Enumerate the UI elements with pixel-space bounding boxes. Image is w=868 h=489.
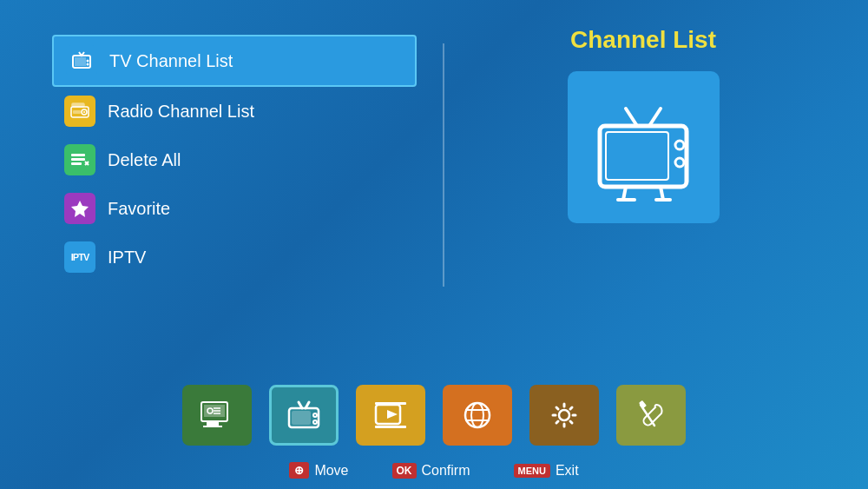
- svg-rect-27: [207, 422, 219, 426]
- svg-rect-5: [72, 103, 84, 107]
- svg-rect-8: [73, 110, 81, 114]
- menu-panel: TV Channel List Radio Channel List: [52, 35, 417, 330]
- nav-settings-btn[interactable]: [182, 385, 252, 446]
- tv-channel-icon: [66, 45, 97, 76]
- svg-point-37: [313, 413, 317, 417]
- footer-move-btn: ⊕ Move: [289, 462, 348, 479]
- svg-rect-18: [606, 132, 668, 180]
- nav-tools-btn[interactable]: [616, 385, 686, 446]
- menu-item-delete-all[interactable]: Delete All: [52, 135, 417, 184]
- menu-item-tv-channel-list-label: TV Channel List: [109, 51, 233, 71]
- svg-rect-49: [639, 400, 647, 408]
- svg-rect-42: [375, 426, 406, 428]
- svg-point-19: [675, 141, 684, 149]
- channel-list-title: Channel List: [570, 26, 716, 54]
- menu-item-tv-channel-list[interactable]: TV Channel List: [52, 35, 417, 87]
- menu-item-favorite-label: Favorite: [108, 199, 170, 219]
- nav-tv-btn[interactable]: [269, 385, 339, 446]
- svg-rect-28: [203, 426, 222, 427]
- svg-rect-36: [292, 411, 311, 425]
- footer-ok-btn[interactable]: OK Confirm: [392, 463, 470, 479]
- nav-globe-btn[interactable]: [443, 385, 512, 446]
- svg-line-48: [641, 405, 654, 426]
- footer-ok-label: Confirm: [422, 463, 470, 479]
- menu-item-iptv-label: IPTV: [108, 248, 146, 268]
- menu-item-favorite[interactable]: Favorite: [52, 184, 417, 233]
- svg-marker-40: [387, 410, 398, 419]
- delete-all-icon: [64, 144, 95, 175]
- menu-item-radio-channel-list[interactable]: Radio Channel List: [52, 87, 417, 135]
- svg-point-3: [87, 63, 89, 66]
- tv-preview-icon: [568, 71, 720, 223]
- svg-line-16: [649, 109, 661, 126]
- menu-item-iptv[interactable]: IPTV IPTV: [52, 233, 417, 281]
- bottom-nav-bar: [0, 385, 868, 446]
- svg-marker-14: [71, 201, 89, 217]
- ok-badge: OK: [392, 463, 417, 479]
- radio-channel-icon: [64, 96, 95, 127]
- svg-point-44: [471, 403, 483, 427]
- footer-controls: ⊕ Move OK Confirm MENU Exit: [0, 462, 868, 479]
- svg-point-20: [675, 158, 684, 167]
- menu-badge: MENU: [514, 464, 550, 478]
- svg-rect-41: [375, 402, 406, 405]
- svg-line-15: [626, 109, 637, 126]
- svg-point-47: [559, 410, 569, 420]
- svg-point-43: [465, 403, 490, 427]
- svg-point-2: [87, 60, 89, 63]
- move-badge: ⊕: [289, 462, 309, 479]
- menu-item-delete-all-label: Delete All: [108, 150, 181, 170]
- svg-rect-11: [71, 162, 82, 165]
- svg-point-7: [83, 111, 85, 113]
- favorite-icon: [64, 193, 95, 224]
- footer-menu-btn[interactable]: MENU Exit: [514, 463, 579, 479]
- nav-video-btn[interactable]: [356, 385, 425, 446]
- menu-divider: [443, 43, 444, 287]
- footer-move-label: Move: [314, 463, 348, 479]
- nav-gear-btn[interactable]: [529, 385, 599, 446]
- footer-menu-label: Exit: [556, 463, 579, 479]
- svg-rect-1: [75, 57, 86, 66]
- svg-rect-9: [71, 154, 85, 156]
- svg-point-38: [313, 420, 317, 424]
- iptv-icon: IPTV: [64, 241, 95, 273]
- main-container: TV Channel List Radio Channel List: [0, 0, 868, 330]
- svg-rect-10: [71, 158, 85, 161]
- menu-item-radio-channel-list-label: Radio Channel List: [108, 102, 254, 122]
- right-panel: Channel List: [470, 35, 816, 330]
